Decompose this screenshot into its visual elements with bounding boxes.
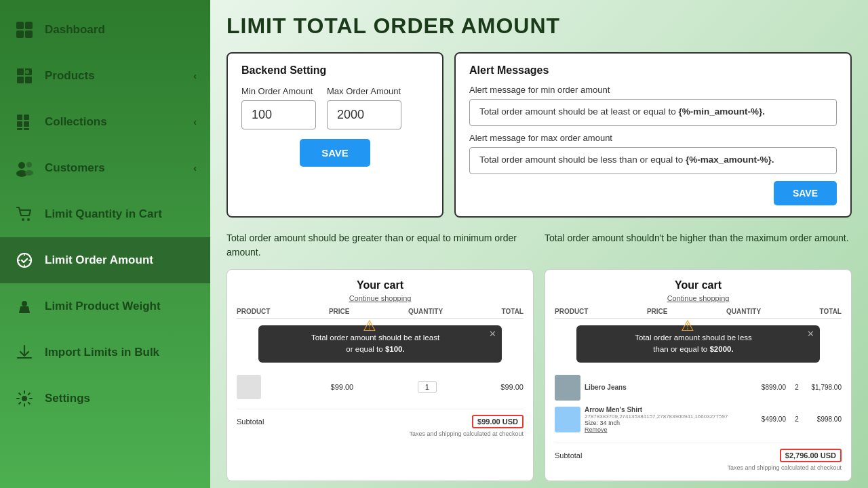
product-image-left bbox=[237, 375, 261, 399]
backend-save-button[interactable]: SAVE bbox=[300, 139, 370, 167]
warning-icon-right: ⚠ bbox=[681, 317, 694, 335]
svg-rect-9 bbox=[17, 115, 22, 120]
sidebar-item-settings[interactable]: Settings bbox=[0, 375, 210, 422]
backend-setting-title: Backend Setting bbox=[241, 64, 429, 77]
product-price-left: $99.00 bbox=[331, 383, 354, 391]
item1-name: Libero Jeans bbox=[585, 384, 751, 391]
main-content: LIMIT TOTAL ORDER AMOUNT Backend Setting… bbox=[210, 0, 868, 488]
max-alert-plain-text: Total order amount should be less than o… bbox=[479, 155, 686, 165]
sidebar-item-label: Settings bbox=[45, 392, 90, 405]
subtotal-row-left: Subtotal $99.00 USD bbox=[237, 409, 524, 428]
max-alert-input[interactable]: Total order amount should be less than o… bbox=[469, 147, 837, 174]
item2-remove[interactable]: Remove bbox=[585, 426, 751, 433]
svg-rect-1 bbox=[25, 22, 33, 29]
svg-point-19 bbox=[22, 218, 24, 221]
amount-row: Min Order Amount Max Order Amount bbox=[241, 86, 429, 129]
svg-rect-12 bbox=[24, 121, 29, 127]
cart-right-continue[interactable]: Continue shopping bbox=[555, 294, 842, 302]
sidebar-item-label: Products bbox=[45, 69, 95, 83]
sidebar-item-limit-order-amount[interactable]: Limit Order Amount bbox=[0, 237, 210, 283]
sidebar-item-label: Limit Quantity in Cart bbox=[45, 207, 162, 221]
max-alert-variable: {%-max_amount-%}. bbox=[686, 155, 774, 165]
alert-amount-left: $100. bbox=[385, 345, 405, 353]
svg-point-22 bbox=[22, 301, 27, 306]
svg-point-20 bbox=[27, 218, 30, 221]
close-x-left[interactable]: ✕ bbox=[489, 327, 496, 341]
max-order-input[interactable] bbox=[327, 100, 401, 129]
sidebar-item-import-limits-bulk[interactable]: Import Limits in Bulk bbox=[0, 329, 210, 375]
cart-alert-container-right: ⚠ ✕ Total order amount should be less th… bbox=[555, 325, 842, 363]
svg-point-18 bbox=[25, 170, 33, 176]
svg-point-8 bbox=[25, 70, 29, 74]
cart-alert-bubble-right: ✕ Total order amount should be less than… bbox=[576, 325, 821, 363]
subtotal-value-right: $2,796.00 USD bbox=[780, 449, 842, 462]
cart-item-row-2: Arrow Men's Shirt 27878383709,2741353841… bbox=[555, 403, 842, 436]
svg-point-23 bbox=[22, 396, 27, 401]
col-quantity-r: QUANTITY bbox=[726, 308, 761, 315]
item1-qty: 2 bbox=[790, 384, 804, 391]
collections-icon bbox=[14, 111, 35, 133]
sidebar-item-customers[interactable]: Customers ‹ bbox=[0, 145, 210, 191]
sidebar-item-limit-quantity-cart[interactable]: Limit Quantity in Cart bbox=[0, 191, 210, 237]
sidebar: Dashboard Products ‹ Co bbox=[0, 0, 210, 488]
cart-alert-container-left: ⚠ ✕ Total order amount should be at leas… bbox=[237, 325, 524, 363]
sidebar-item-label: Limit Product Weight bbox=[45, 300, 161, 313]
subtotal-value-left: $99.00 USD bbox=[472, 415, 524, 428]
alert-messages-panel: Alert Messages Alert message for min ord… bbox=[454, 52, 852, 218]
min-order-label: Min Order Amount bbox=[241, 86, 316, 96]
max-order-label: Max Order Amount bbox=[327, 86, 401, 96]
min-alert-input[interactable]: Total order amount should be at least or… bbox=[469, 99, 837, 126]
sidebar-item-label: Limit Order Amount bbox=[45, 253, 153, 267]
alert-text-right-2: than or equal to bbox=[653, 345, 709, 353]
products-icon bbox=[14, 65, 35, 87]
col-product-r: PRODUCT bbox=[555, 308, 588, 315]
cart-preview-left: Your cart Continue shopping PRODUCT PRIC… bbox=[226, 269, 534, 481]
sidebar-item-dashboard[interactable]: Dashboard bbox=[0, 7, 210, 53]
svg-rect-2 bbox=[16, 30, 24, 38]
cart-item-row-1: Libero Jeans $899.00 2 $1,798.00 bbox=[555, 372, 842, 403]
item1-image bbox=[555, 375, 580, 401]
sidebar-item-limit-product-weight[interactable]: Limit Product Weight bbox=[0, 283, 210, 329]
item2-price: $499.00 bbox=[755, 415, 786, 423]
cart-left-title: Your cart bbox=[237, 279, 524, 291]
cart-left-continue[interactable]: Continue shopping bbox=[237, 294, 524, 302]
min-alert-label: Alert message for min order amount bbox=[469, 85, 837, 95]
min-alert-plain-text: Total order amount should be at least or… bbox=[479, 106, 678, 117]
col-price-r: PRICE bbox=[647, 308, 668, 315]
import-icon bbox=[14, 342, 35, 363]
cart-alert-bubble-left: ✕ Total order amount should be at least … bbox=[258, 325, 502, 363]
dashboard-icon bbox=[14, 19, 35, 41]
backend-setting-panel: Backend Setting Min Order Amount Max Ord… bbox=[226, 52, 443, 218]
alert-save-button[interactable]: SAVE bbox=[774, 181, 837, 205]
svg-rect-0 bbox=[16, 22, 24, 29]
max-order-field: Max Order Amount bbox=[327, 86, 401, 129]
col-total-r: TOTAL bbox=[820, 308, 842, 315]
subtotal-label-right: Subtotal bbox=[555, 451, 582, 460]
min-order-input[interactable] bbox=[241, 100, 316, 129]
subtotal-row-right: Subtotal $2,796.00 USD bbox=[555, 443, 842, 462]
taxes-right: Taxes and shipping calculated at checkou… bbox=[555, 464, 842, 471]
item2-qty: 2 bbox=[790, 415, 804, 423]
desc-right: Total order amount shouldn't be higher t… bbox=[545, 231, 852, 260]
page-title: LIMIT TOTAL ORDER AMOUNT bbox=[226, 14, 852, 39]
item2-total: $998.00 bbox=[808, 415, 842, 423]
item1-details: Libero Jeans bbox=[585, 384, 751, 391]
sidebar-item-collections[interactable]: Collections ‹ bbox=[0, 99, 210, 145]
svg-rect-13 bbox=[17, 128, 22, 130]
warning-icon-left: ⚠ bbox=[363, 317, 376, 335]
description-row: Total order amount should be greater tha… bbox=[226, 231, 852, 260]
min-order-field: Min Order Amount bbox=[241, 86, 316, 129]
sidebar-item-products[interactable]: Products ‹ bbox=[0, 53, 210, 99]
alert-messages-title: Alert Messages bbox=[469, 64, 837, 77]
sidebar-item-label: Customers bbox=[45, 161, 105, 175]
close-x-right[interactable]: ✕ bbox=[807, 327, 814, 341]
cart-panels: Your cart Continue shopping PRODUCT PRIC… bbox=[226, 269, 852, 481]
svg-rect-11 bbox=[17, 121, 22, 127]
cart-right-header: PRODUCT PRICE QUANTITY TOTAL bbox=[555, 308, 842, 319]
quantity-left[interactable]: 1 bbox=[418, 381, 437, 393]
svg-rect-7 bbox=[25, 77, 32, 83]
item1-total: $1,798.00 bbox=[808, 384, 842, 391]
col-total: TOTAL bbox=[502, 308, 524, 315]
sidebar-item-label: Dashboard bbox=[45, 23, 105, 37]
svg-rect-6 bbox=[17, 77, 24, 83]
